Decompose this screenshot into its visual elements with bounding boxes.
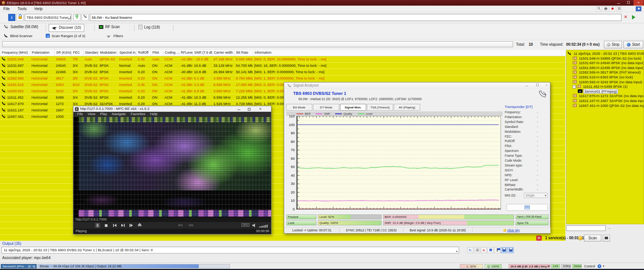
tab-satellite[interactable]: Satellite (58.0W) (4, 25, 38, 30)
column-header[interactable]: SNR (7.6 dB) (192, 51, 212, 56)
minimize-button[interactable] (614, 0, 623, 6)
refresh-button[interactable]: ↻ (467, 247, 473, 253)
column-header[interactable]: Coding ... (163, 51, 179, 56)
close-button[interactable]: × (634, 0, 644, 6)
satellite-input[interactable] (90, 14, 622, 21)
column-header[interactable]: RFLevel (179, 51, 192, 56)
printer-icon[interactable] (603, 6, 608, 11)
table-header[interactable]: Frequency (MHz)PolarizationSR (KS/s)FECS… (0, 50, 565, 56)
column-header[interactable]: Carrier width (212, 51, 234, 56)
app-corner-icon[interactable] (636, 6, 641, 11)
start-button[interactable]: Start (623, 41, 643, 48)
analyzer-tab-tsa-timeout-[interactable]: TSA (Timeout) (367, 104, 393, 111)
tree-item[interactable]: 11600.592-H-3242 8PSK (no data input) (572, 80, 643, 85)
mpc-title-bar[interactable]: http://127.0.0.1:7000 - MPC-BE x64 - v1.… (73, 106, 271, 112)
menu-tools[interactable]: Tools (14, 6, 30, 12)
stop-button[interactable]: Stop (604, 41, 622, 48)
tab-scan-ranges[interactable]: QScan Ranges (2 of 2) (46, 34, 85, 39)
tuner-select[interactable]: TBS 6903 DVBS/S2 Tuner 1▾ (25, 14, 71, 21)
column-header[interactable]: Information (253, 51, 565, 56)
tree-item[interactable]: −11611.452-H-5499 8PSK (1) (572, 84, 628, 89)
tree-item[interactable]: 11591.515-H-6363 8PSK (no lock) (572, 75, 634, 80)
column-header[interactable]: Spectral in... (118, 51, 136, 56)
tree-item[interactable]: 11561.680-H-22496 8PSK (no data input) (572, 66, 644, 70)
mpc-menu-navigate[interactable]: Navigate (112, 112, 126, 116)
control-label[interactable]: Control (584, 264, 595, 268)
table-row[interactable]: 11501.948Horizontal349557/8AutoQPSK-S2In… (0, 56, 565, 63)
tree-item[interactable]: 11621.167-H-1667 32APSK (no data input) (572, 99, 644, 104)
table-row[interactable]: 11561.680Horizontal224963/4DVB-S28PSKInv… (0, 69, 565, 75)
tree-item[interactable]: 11617.870-H-1272 32APSK (no data input) (572, 94, 644, 99)
lock-icon[interactable] (16, 14, 24, 21)
tree-item[interactable]: 11582.566-H-3817 8PSK (PAT timeout) (572, 70, 641, 75)
mpc-menu-help[interactable]: Help (150, 112, 158, 116)
tab-log[interactable]: Log (118) (139, 25, 160, 30)
column-header[interactable]: Frequency (MHz) (0, 51, 30, 56)
menu-help[interactable]: Help (31, 6, 46, 12)
search-icon[interactable] (596, 6, 602, 11)
next-button[interactable] (121, 223, 125, 228)
signal-meter-icon[interactable] (578, 236, 583, 240)
remove-service-button[interactable]: ✕ (536, 236, 542, 241)
analyzer-minimize-button[interactable] (522, 82, 531, 88)
column-header[interactable]: Modulation (98, 51, 118, 56)
tab-filters[interactable]: Filters (107, 34, 123, 38)
mpc-close-button[interactable]: × (259, 106, 261, 111)
stop-playback-button[interactable] (105, 223, 107, 228)
mpc-seek-bar[interactable]: http://127.0.0.1:7000 (73, 217, 271, 222)
pause-button[interactable] (95, 223, 100, 228)
grid-view-button[interactable] (487, 247, 493, 253)
output-label[interactable]: Output (35) (2, 242, 21, 246)
mpc-maximize-button[interactable] (248, 107, 250, 111)
clear-icon[interactable]: ✕ (624, 14, 628, 20)
maximize-button[interactable] (624, 0, 633, 6)
column-header[interactable]: Pilot (151, 51, 163, 56)
delete-button[interactable]: ✕ (481, 247, 487, 253)
analyzer-tab-bs-mode[interactable]: BS Mode (286, 104, 312, 111)
table-row[interactable]: 11531.687Horizontal245403/4DVB-S28PSKNor… (0, 63, 565, 69)
menu-file[interactable]: File (0, 6, 13, 12)
analyzer-tab-av-playing-[interactable]: AV (Playing) (394, 104, 420, 111)
column-header[interactable]: RollOff (136, 51, 151, 56)
analyzer-tab-dt-mode[interactable]: DT Mode (313, 104, 339, 111)
sphere-button[interactable] (474, 247, 480, 253)
tab-blind-scanner[interactable]: Blind-Scanner (4, 34, 33, 39)
monitor-button[interactable] (603, 235, 610, 242)
tree-item[interactable]: 11501.948-H-34955 QPSK-S2 (no lock) (572, 56, 642, 61)
column-header[interactable]: Standard (83, 51, 98, 56)
eject-button[interactable] (138, 223, 142, 228)
tab-rf-scan[interactable]: RF Scan (99, 25, 120, 30)
save-all-button[interactable] (508, 247, 514, 253)
connect-icon[interactable] (73, 14, 80, 21)
scan-button[interactable]: Scan (584, 235, 601, 242)
mpc-menu-play[interactable]: Play (100, 112, 107, 116)
tree-item[interactable]: 11667.461-H-1000 QPSK-S2 (no data input) (572, 104, 644, 108)
info-icon[interactable]: i (8, 14, 15, 21)
scan-results-tree[interactable]: 11 siječnja, 2025 - 20:52 23 | TBS 6903 … (566, 50, 644, 224)
flag-button[interactable] (494, 247, 500, 253)
go-icon[interactable] (632, 15, 635, 20)
clear-sky-link[interactable]: clear sky (507, 228, 520, 232)
output-log-combo[interactable]: 11 siječnja, 2025 - 20:52 23 | TBS 6903 … (1, 247, 459, 254)
list-icon[interactable] (616, 6, 622, 11)
save-button[interactable] (501, 247, 507, 253)
tree-item[interactable]: 11 siječnja, 2025 - 20:52 23 | TBS 6903 … (567, 51, 644, 56)
column-header[interactable]: SR (KS/s) (54, 51, 71, 56)
tree-item[interactable]: tvService01 (FFmpeg) (578, 89, 618, 94)
step-button[interactable] (130, 223, 133, 228)
control-caret-icon[interactable]: ▾ (603, 264, 604, 268)
tab-discover[interactable]: Discover (10) (49, 24, 84, 32)
mpc-menu-view[interactable]: View (88, 112, 95, 116)
analyzer-close-button[interactable]: × (543, 82, 550, 88)
mpc-video-area[interactable] (73, 117, 271, 217)
tree-filter-input[interactable] (566, 225, 606, 231)
control-icon[interactable]: # (598, 264, 601, 268)
mpc-menu-file[interactable]: File (77, 112, 83, 116)
column-header[interactable]: FEC (71, 51, 83, 56)
analyzer-maximize-button[interactable] (533, 82, 542, 88)
tree-expander[interactable]: − (572, 85, 576, 88)
stream-list-button[interactable] (507, 204, 548, 211)
table-row[interactable]: 11582.566Horizontal38173/5DVB-S28PSKInve… (0, 75, 565, 82)
satellite-config-icon[interactable] (82, 14, 89, 21)
mpc-menu-favorites[interactable]: Favorites (131, 112, 145, 116)
